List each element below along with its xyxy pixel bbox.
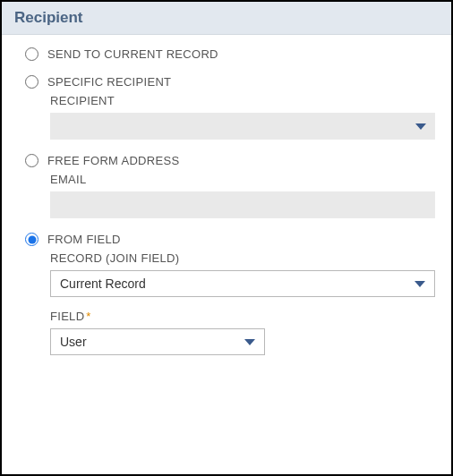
record-select[interactable]: Current Record xyxy=(50,270,435,297)
panel-title: Recipient xyxy=(14,9,439,27)
free-form-address-option[interactable]: FREE FORM ADDRESS xyxy=(25,154,435,167)
from-field-option[interactable]: FROM FIELD xyxy=(25,233,435,246)
send-to-current-record-option[interactable]: SEND TO CURRENT RECORD xyxy=(25,47,435,61)
radio-unselected-icon xyxy=(25,75,38,89)
radio-unselected-icon xyxy=(25,154,38,167)
specific-recipient-option[interactable]: SPECIFIC RECIPIENT xyxy=(25,75,435,89)
free-form-subblock: EMAIL xyxy=(50,173,435,218)
email-field-label: EMAIL xyxy=(50,173,435,186)
panel-header: Recipient xyxy=(2,2,451,35)
required-asterisk-icon: * xyxy=(86,310,90,323)
recipient-select[interactable] xyxy=(50,113,435,140)
chevron-down-icon xyxy=(415,281,425,287)
record-select-value: Current Record xyxy=(60,276,146,291)
chevron-down-icon xyxy=(415,123,426,130)
record-join-field-label: RECORD (JOIN FIELD) xyxy=(50,251,435,265)
panel-body: SEND TO CURRENT RECORD SPECIFIC RECIPIEN… xyxy=(2,35,451,382)
email-input[interactable] xyxy=(50,191,435,218)
specific-recipient-subblock: RECIPIENT xyxy=(50,94,435,140)
send-to-current-record-label: SEND TO CURRENT RECORD xyxy=(47,47,218,61)
free-form-address-label: FREE FORM ADDRESS xyxy=(47,154,179,167)
radio-unselected-icon xyxy=(25,47,38,61)
chevron-down-icon xyxy=(244,339,255,345)
field-select[interactable]: User xyxy=(50,328,265,355)
field-label-text: FIELD xyxy=(50,310,84,323)
from-field-label: FROM FIELD xyxy=(47,233,121,246)
radio-selected-icon xyxy=(25,233,38,246)
recipient-field-label: RECIPIENT xyxy=(50,94,435,107)
from-field-subblock: RECORD (JOIN FIELD) Current Record FIELD… xyxy=(50,251,435,355)
field-field-label: FIELD* xyxy=(50,310,435,323)
field-select-value: User xyxy=(60,335,87,349)
specific-recipient-label: SPECIFIC RECIPIENT xyxy=(47,75,171,89)
